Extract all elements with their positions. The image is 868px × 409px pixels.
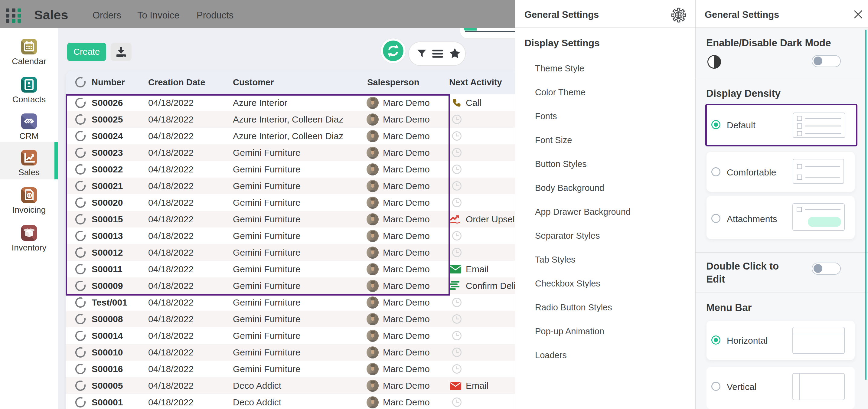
svg-text:$: $ [28,193,31,198]
